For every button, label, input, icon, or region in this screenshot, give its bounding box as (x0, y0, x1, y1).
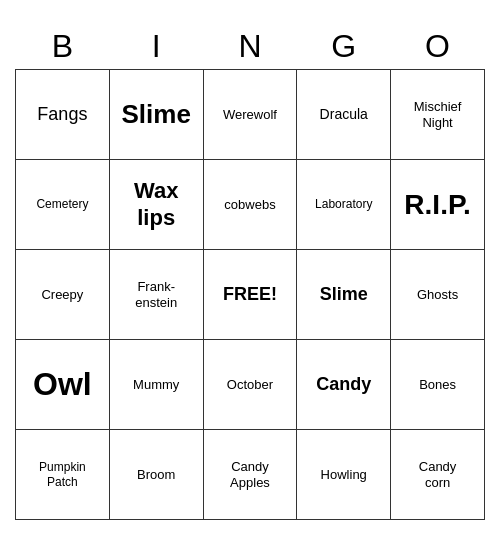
bingo-cell: Waxlips (109, 160, 203, 250)
bingo-cell: Candy (297, 340, 391, 430)
bingo-header-letter: B (16, 24, 110, 70)
bingo-header-letter: N (203, 24, 297, 70)
bingo-cell: Laboratory (297, 160, 391, 250)
bingo-header-letter: O (391, 24, 485, 70)
bingo-row: CreepyFrank-ensteinFREE!SlimeGhosts (16, 250, 485, 340)
bingo-cell: Creepy (16, 250, 110, 340)
bingo-cell: FREE! (203, 250, 297, 340)
bingo-cell: Slime (109, 70, 203, 160)
bingo-row: OwlMummyOctoberCandyBones (16, 340, 485, 430)
bingo-cell: Candycorn (391, 430, 485, 520)
bingo-cell: Dracula (297, 70, 391, 160)
bingo-card: BINGO FangsSlimeWerewolfDraculaMischiefN… (15, 24, 485, 520)
bingo-header: BINGO (16, 24, 485, 70)
bingo-cell: Werewolf (203, 70, 297, 160)
bingo-cell: Bones (391, 340, 485, 430)
bingo-cell: Fangs (16, 70, 110, 160)
bingo-cell: R.I.P. (391, 160, 485, 250)
bingo-cell: PumpkinPatch (16, 430, 110, 520)
bingo-cell: Mummy (109, 340, 203, 430)
bingo-cell: Frank-enstein (109, 250, 203, 340)
bingo-header-letter: I (109, 24, 203, 70)
bingo-cell: Ghosts (391, 250, 485, 340)
bingo-cell: Howling (297, 430, 391, 520)
bingo-row: CemeteryWaxlipscobwebsLaboratoryR.I.P. (16, 160, 485, 250)
bingo-cell: Cemetery (16, 160, 110, 250)
bingo-row: FangsSlimeWerewolfDraculaMischiefNight (16, 70, 485, 160)
bingo-cell: October (203, 340, 297, 430)
bingo-cell: Owl (16, 340, 110, 430)
bingo-row: PumpkinPatchBroomCandyApplesHowlingCandy… (16, 430, 485, 520)
bingo-cell: CandyApples (203, 430, 297, 520)
bingo-header-letter: G (297, 24, 391, 70)
bingo-cell: MischiefNight (391, 70, 485, 160)
bingo-cell: Broom (109, 430, 203, 520)
bingo-cell: Slime (297, 250, 391, 340)
bingo-cell: cobwebs (203, 160, 297, 250)
